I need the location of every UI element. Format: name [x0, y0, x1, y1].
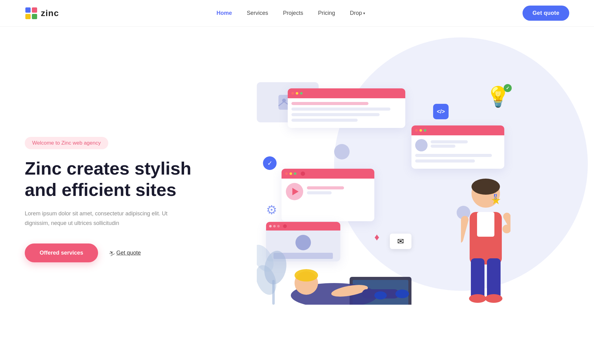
svg-rect-25: [487, 258, 501, 298]
nav-item-home[interactable]: Home: [217, 10, 232, 16]
logo-text: zinc: [41, 8, 59, 18]
svg-rect-2: [25, 14, 31, 19]
offered-services-button[interactable]: Offered services: [25, 243, 98, 262]
nav-item-projects[interactable]: Projects: [283, 10, 303, 16]
svg-point-18: [395, 290, 409, 298]
svg-point-26: [469, 294, 486, 303]
person-standing-illustration: [461, 175, 510, 305]
nav-link-home[interactable]: Home: [217, 10, 232, 16]
browser-card-video: [282, 169, 374, 221]
bulb-check-icon: ✓: [504, 84, 512, 92]
nav-link-pricing[interactable]: Pricing: [318, 10, 335, 16]
avatar-circle-1: [334, 144, 350, 159]
svg-rect-0: [25, 7, 31, 13]
nav-link-drop: Drop: [350, 10, 362, 16]
svg-rect-29: [461, 215, 469, 244]
logo-icon: [25, 7, 38, 20]
svg-rect-23: [477, 212, 494, 237]
nav-links: Home Services Projects Pricing Drop ▾: [217, 10, 365, 16]
svg-point-19: [374, 291, 387, 299]
get-quote-nav-button[interactable]: Get quote: [523, 6, 569, 21]
get-quote-link-label: Get quote: [116, 250, 141, 256]
browser-card-secondary: [411, 125, 504, 169]
get-quote-link[interactable]: ✈ Get quote: [109, 249, 141, 256]
hero-left: Welcome to Zinc web agency Zinc creates …: [25, 125, 198, 262]
svg-point-27: [485, 294, 502, 303]
logo[interactable]: zinc: [25, 7, 59, 20]
hero-right: ✓ </> ⚙ ★ 🎖 ♦ 💡 ✓ ✉: [198, 62, 569, 325]
browser-card-main: [288, 88, 405, 128]
nav-item-services[interactable]: Services: [247, 10, 268, 16]
svg-rect-3: [32, 14, 37, 19]
hero-badge: Welcome to Zinc web agency: [25, 137, 108, 149]
svg-rect-9: [272, 280, 275, 305]
blue-check-badge: ✓: [263, 156, 277, 170]
send-icon: ✈: [108, 249, 115, 257]
hero-section: Welcome to Zinc web agency Zinc creates …: [0, 27, 594, 336]
nav-link-services[interactable]: Services: [247, 10, 268, 16]
hero-title: Zinc creates stylish and efficient sites: [25, 158, 198, 200]
diamond-icon: ♦: [374, 231, 379, 243]
svg-rect-24: [471, 258, 484, 298]
award-icon: 🎖: [492, 193, 499, 201]
chevron-down-icon: ▾: [363, 11, 365, 15]
hero-title-line1: Zinc creates stylish: [25, 158, 191, 178]
svg-point-30: [502, 225, 510, 233]
code-badge: </>: [433, 104, 449, 119]
illustration: ✓ </> ⚙ ★ 🎖 ♦ 💡 ✓ ✉: [257, 82, 510, 305]
hero-actions: Offered services ✈ Get quote: [25, 243, 198, 262]
hero-description: Lorem ipsum dolor sit amet, consectetur …: [25, 209, 173, 228]
svg-point-15: [295, 269, 318, 281]
hero-title-line2: and efficient sites: [25, 180, 176, 200]
email-float: ✉: [390, 234, 411, 249]
svg-rect-1: [32, 7, 37, 13]
nav-item-drop[interactable]: Drop ▾: [350, 10, 365, 16]
gear-icon: ⚙: [266, 203, 277, 217]
bulb-container: 💡 ✓: [486, 85, 510, 108]
nav-item-pricing[interactable]: Pricing: [318, 10, 335, 16]
navbar: zinc Home Services Projects Pricing Drop…: [0, 0, 594, 27]
svg-point-21: [471, 179, 500, 195]
nav-link-projects[interactable]: Projects: [283, 10, 303, 16]
